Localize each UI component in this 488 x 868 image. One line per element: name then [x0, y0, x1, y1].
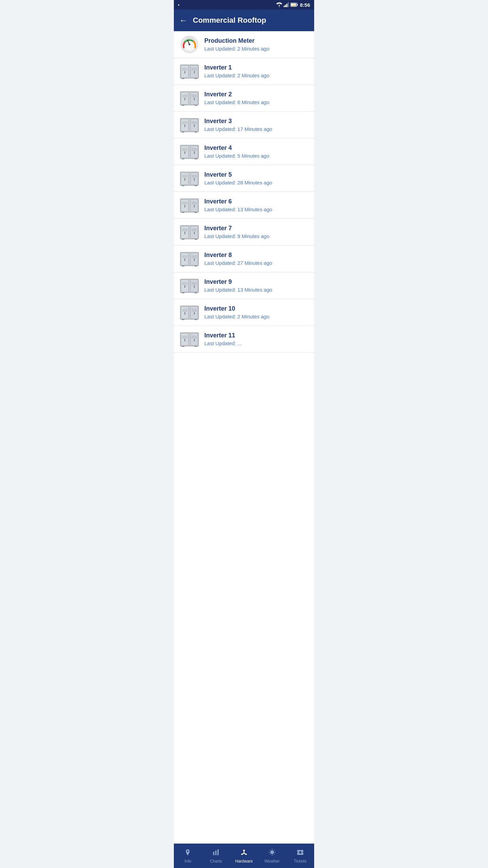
svg-rect-115: [195, 265, 197, 267]
svg-rect-62: [182, 158, 184, 159]
svg-rect-120: [194, 285, 195, 288]
svg-rect-107: [194, 258, 195, 261]
weather-icon: [268, 849, 276, 857]
gauge-icon: [179, 36, 200, 53]
item-text-block: Inverter 4Last Updated: 5 Minutes ago: [204, 144, 309, 159]
item-subtitle: Last Updated: 6 Minutes ago: [204, 99, 309, 105]
svg-rect-49: [182, 132, 184, 133]
nav-item-hardware[interactable]: Hardware: [230, 844, 258, 868]
inverter-icon: [179, 197, 200, 214]
inverter-8-item[interactable]: Inverter 8Last Updated: 27 Minutes ago: [174, 245, 314, 272]
svg-rect-16: [194, 71, 195, 74]
svg-rect-5: [297, 4, 298, 6]
item-name: Inverter 7: [204, 225, 309, 232]
nav-label-info: Info: [184, 859, 191, 864]
item-text-block: Inverter 7Last Updated: 9 Minutes ago: [204, 225, 309, 239]
svg-rect-145: [184, 339, 185, 341]
item-text-block: Inverter 2Last Updated: 6 Minutes ago: [204, 91, 309, 105]
back-button[interactable]: ←: [179, 16, 187, 24]
nav-label-hardware: Hardware: [235, 859, 253, 864]
svg-rect-37: [195, 105, 197, 106]
inverter-icon: [179, 250, 200, 267]
item-subtitle: Last Updated: 2 Minutes ago: [204, 46, 309, 52]
item-subtitle: Last Updated: 17 Minutes ago: [204, 126, 309, 132]
inverter-4-item[interactable]: Inverter 4Last Updated: 5 Minutes ago: [174, 138, 314, 165]
inverter-1-item[interactable]: Inverter 1Last Updated: 2 Minutes ago: [174, 58, 314, 85]
inverter-icon: [179, 170, 200, 187]
status-left: ▪: [178, 2, 180, 7]
status-time: 8:56: [300, 2, 310, 8]
hardware-icon: [240, 849, 248, 857]
svg-rect-146: [194, 339, 195, 341]
svg-rect-15: [184, 71, 185, 74]
status-right: ⚡ 8:56: [276, 2, 310, 8]
svg-rect-0: [284, 6, 285, 7]
wifi-icon: [276, 2, 282, 7]
device-list: Production MeterLast Updated: 2 Minutes …: [174, 31, 314, 868]
svg-rect-133: [194, 312, 195, 315]
inverter-11-item[interactable]: Inverter 11Last Updated: ...: [174, 326, 314, 353]
svg-rect-63: [195, 158, 197, 159]
inverter-5-item[interactable]: Inverter 5Last Updated: 28 Minutes ago: [174, 165, 314, 192]
svg-rect-23: [182, 78, 184, 79]
item-name: Inverter 2: [204, 91, 309, 98]
nav-label-weather: Weather: [264, 859, 280, 864]
inverter-3-item[interactable]: Inverter 3Last Updated: 17 Minutes ago: [174, 112, 314, 138]
inverter-icon: [179, 63, 200, 80]
svg-rect-94: [194, 232, 195, 234]
nav-item-tickets[interactable]: Tickets: [286, 844, 314, 868]
item-name: Inverter 4: [204, 144, 309, 152]
item-subtitle: Last Updated: 5 Minutes ago: [204, 153, 309, 159]
svg-rect-114: [182, 265, 184, 267]
inverter-10-item[interactable]: Inverter 10Last Updated: 2 Minutes ago: [174, 299, 314, 326]
svg-rect-93: [184, 232, 185, 234]
inverter-icon: [179, 223, 200, 240]
item-text-block: Production MeterLast Updated: 2 Minutes …: [204, 37, 309, 52]
item-name: Inverter 10: [204, 305, 309, 312]
svg-rect-141: [195, 319, 197, 320]
svg-rect-24: [195, 78, 197, 79]
inverter-9-item[interactable]: Inverter 9Last Updated: 13 Minutes ago: [174, 272, 314, 299]
production-meter-item[interactable]: Production MeterLast Updated: 2 Minutes …: [174, 31, 314, 58]
nav-item-charts[interactable]: Charts: [202, 844, 230, 868]
item-text-block: Inverter 6Last Updated: 13 Minutes ago: [204, 198, 309, 212]
item-text-block: Inverter 11Last Updated: ...: [204, 332, 309, 346]
item-name: Inverter 3: [204, 118, 309, 125]
item-name: Inverter 11: [204, 332, 309, 339]
svg-rect-75: [182, 185, 184, 186]
sim-icon: ▪: [178, 2, 180, 7]
battery-icon: ⚡: [290, 3, 298, 7]
svg-rect-154: [195, 346, 197, 347]
svg-rect-140: [182, 319, 184, 320]
item-name: Production Meter: [204, 37, 309, 44]
item-text-block: Inverter 10Last Updated: 2 Minutes ago: [204, 305, 309, 319]
inverter-icon: [179, 143, 200, 160]
svg-rect-36: [182, 105, 184, 106]
charts-icon: [212, 849, 220, 857]
svg-rect-68: [194, 178, 195, 181]
item-name: Inverter 5: [204, 171, 309, 178]
nav-item-weather[interactable]: Weather: [258, 844, 286, 868]
inverter-icon: [179, 331, 200, 348]
tickets-icon: [297, 849, 304, 857]
item-name: Inverter 6: [204, 198, 309, 205]
header: ← Commercial Rooftop: [174, 9, 314, 31]
inverter-7-item[interactable]: Inverter 7Last Updated: 9 Minutes ago: [174, 219, 314, 245]
item-subtitle: Last Updated: 28 Minutes ago: [204, 180, 309, 185]
svg-rect-88: [182, 212, 184, 213]
svg-rect-128: [195, 292, 197, 293]
svg-point-11: [188, 43, 190, 45]
svg-rect-67: [184, 178, 185, 181]
svg-rect-101: [182, 239, 184, 240]
nav-item-info[interactable]: Info: [174, 844, 202, 868]
inverter-6-item[interactable]: Inverter 6Last Updated: 13 Minutes ago: [174, 192, 314, 219]
svg-rect-155: [213, 852, 215, 855]
svg-rect-106: [184, 258, 185, 261]
item-text-block: Inverter 1Last Updated: 2 Minutes ago: [204, 64, 309, 78]
inverter-2-item[interactable]: Inverter 2Last Updated: 6 Minutes ago: [174, 85, 314, 112]
svg-rect-55: [194, 151, 195, 154]
bottom-nav: Info Charts Hardware Weather: [174, 844, 314, 868]
item-subtitle: Last Updated: 9 Minutes ago: [204, 233, 309, 239]
svg-rect-102: [195, 239, 197, 240]
inverter-icon: [179, 277, 200, 294]
